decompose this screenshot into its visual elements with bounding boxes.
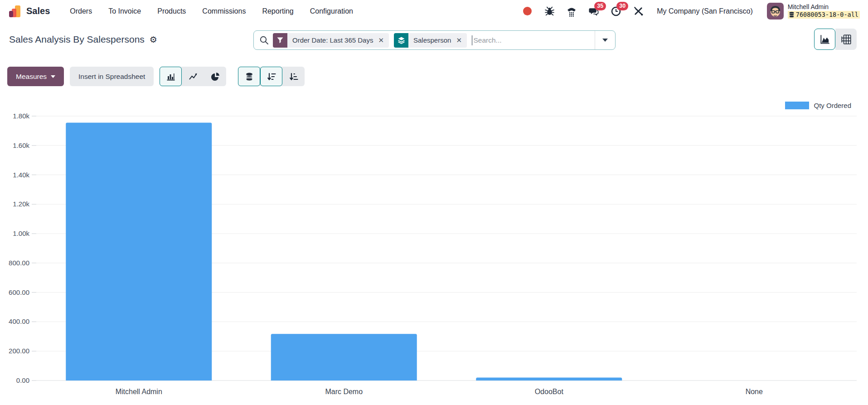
activities-badge: 30 xyxy=(616,2,628,11)
bug-icon xyxy=(544,6,555,16)
systray: 35 30 My Company (San Francisco) xyxy=(522,3,860,20)
tools-button[interactable] xyxy=(633,6,644,17)
layers-icon xyxy=(394,33,408,48)
pivot-table-icon xyxy=(840,34,852,45)
search-facet-groupby: Salesperson ✕ xyxy=(394,33,467,48)
measures-label: Measures xyxy=(16,73,47,81)
sort-asc-icon xyxy=(289,72,299,82)
database-icon xyxy=(789,12,794,18)
y-tick-label: 1.00k xyxy=(13,229,29,237)
search-placeholder: Search... xyxy=(473,36,501,44)
menu-item-reporting[interactable]: Reporting xyxy=(262,7,293,15)
record-button[interactable] xyxy=(522,6,533,17)
db-version-badge: 76080053-18-0-all xyxy=(788,11,860,19)
filter-icon xyxy=(273,33,287,48)
tools-icon xyxy=(633,6,644,16)
stacked-button[interactable] xyxy=(238,67,260,86)
graph-toolbar: Measures Insert in Spreadsheet xyxy=(7,67,305,86)
search-input[interactable]: Search... xyxy=(472,35,595,45)
chevron-down-icon xyxy=(51,75,55,78)
debug-button[interactable] xyxy=(544,6,555,17)
db-version-text: 76080053-18-0-all xyxy=(796,11,858,18)
y-tick-label: 1.80k xyxy=(13,112,29,120)
graph-view-button[interactable] xyxy=(814,29,835,50)
record-dot-icon xyxy=(523,7,532,15)
chart-type-group xyxy=(160,67,226,86)
measures-button[interactable]: Measures xyxy=(7,67,64,86)
search-bar[interactable]: Order Date: Last 365 Days ✕ Salesperson … xyxy=(253,30,616,50)
stack-icon xyxy=(244,72,254,82)
y-tick-label: 0.00 xyxy=(16,376,29,384)
user-name: Mitchell Admin xyxy=(788,4,860,10)
breadcrumb: Sales Analysis By Salespersons ⚙ xyxy=(9,34,157,45)
bar-chart: 0.00200.00400.00600.00800.001.00k1.20k1.… xyxy=(0,106,868,403)
x-tick-label: None xyxy=(746,388,763,395)
remove-filter-icon[interactable]: ✕ xyxy=(377,36,389,44)
display-options-group xyxy=(238,67,305,86)
x-tick-label: OdooBot xyxy=(535,388,564,395)
bar[interactable] xyxy=(66,123,212,381)
sort-descending-button[interactable] xyxy=(260,67,282,86)
pivot-view-button[interactable] xyxy=(835,29,857,50)
phone-icon xyxy=(566,6,577,17)
y-tick-label: 1.20k xyxy=(13,200,29,208)
menu-item-configuration[interactable]: Configuration xyxy=(310,7,353,15)
facet-label: Order Date: Last 365 Days xyxy=(287,36,377,44)
top-navbar: Sales Orders To Invoice Products Commiss… xyxy=(0,0,868,22)
y-tick-label: 200.00 xyxy=(9,347,29,355)
search-options-toggle[interactable] xyxy=(595,31,615,49)
line-chart-icon xyxy=(188,72,198,82)
insert-in-spreadsheet-button[interactable]: Insert in Spreadsheet xyxy=(70,67,154,86)
bar-chart-button[interactable] xyxy=(160,67,182,86)
area-chart-icon xyxy=(819,34,831,45)
x-tick-label: Mitchell Admin xyxy=(116,388,162,395)
menu-item-products[interactable]: Products xyxy=(157,7,186,15)
activities-button[interactable]: 30 xyxy=(611,6,621,17)
app-brand[interactable]: Sales xyxy=(8,5,50,18)
main-menu: Orders To Invoice Products Commissions R… xyxy=(70,7,353,15)
y-tick-label: 1.60k xyxy=(13,142,29,149)
y-tick-label: 600.00 xyxy=(9,288,29,296)
bar[interactable] xyxy=(476,378,622,381)
voip-button[interactable] xyxy=(566,6,577,17)
line-chart-button[interactable] xyxy=(182,67,204,86)
pie-chart-button[interactable] xyxy=(204,67,226,86)
app-name[interactable]: Sales xyxy=(26,6,50,16)
y-tick-label: 1.40k xyxy=(13,171,29,179)
facet-label: Salesperson xyxy=(408,36,455,44)
company-switcher[interactable]: My Company (San Francisco) xyxy=(657,7,753,15)
y-tick-label: 800.00 xyxy=(9,259,29,267)
search-icon xyxy=(259,35,269,45)
pie-chart-icon xyxy=(210,72,220,82)
remove-groupby-icon[interactable]: ✕ xyxy=(455,36,467,44)
user-info: Mitchell Admin 76080053-18-0-all xyxy=(788,4,860,19)
bar-chart-icon xyxy=(166,72,176,82)
gear-icon[interactable]: ⚙ xyxy=(150,35,157,44)
chevron-down-icon xyxy=(602,39,608,42)
chart-area: Qty Ordered 0.00200.00400.00600.00800.00… xyxy=(0,95,868,405)
menu-item-orders[interactable]: Orders xyxy=(70,7,92,15)
messages-button[interactable]: 35 xyxy=(588,6,599,17)
messages-badge: 35 xyxy=(594,2,606,11)
page-title: Sales Analysis By Salespersons xyxy=(9,34,145,45)
y-tick-label: 400.00 xyxy=(9,317,29,325)
text-cursor xyxy=(472,35,473,45)
search-facet-filter: Order Date: Last 365 Days ✕ xyxy=(273,33,389,48)
x-tick-label: Marc Demo xyxy=(325,388,363,395)
sales-app-icon xyxy=(8,5,22,18)
control-panel: Sales Analysis By Salespersons ⚙ Order D… xyxy=(0,22,868,61)
user-avatar xyxy=(767,3,784,20)
sort-desc-icon xyxy=(267,72,276,82)
menu-item-commissions[interactable]: Commissions xyxy=(202,7,246,15)
user-menu[interactable]: Mitchell Admin 76080053-18-0-all xyxy=(767,3,860,20)
sort-ascending-button[interactable] xyxy=(282,67,305,86)
menu-item-to-invoice[interactable]: To Invoice xyxy=(108,7,141,15)
view-switcher xyxy=(814,29,857,50)
bar[interactable] xyxy=(271,334,417,381)
